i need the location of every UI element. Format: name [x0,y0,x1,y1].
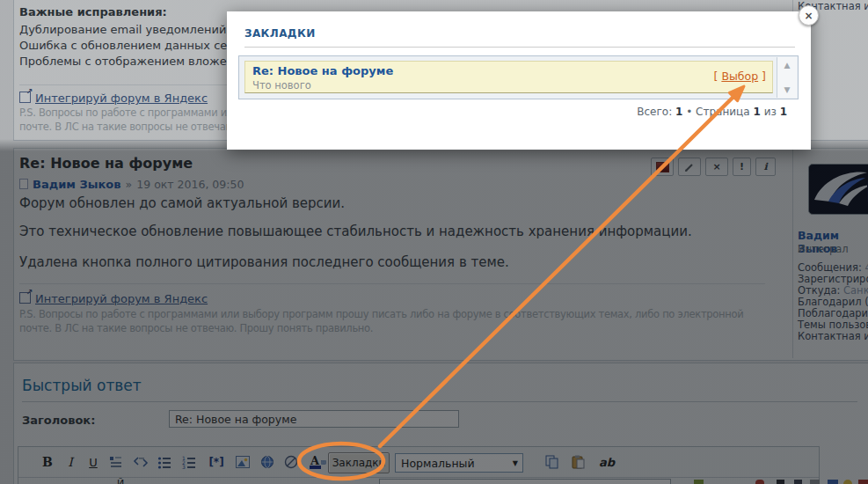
post-paragraph: Это техническое обновление повышающее ст… [19,224,692,239]
smiley-icon[interactable] [810,480,820,484]
smiley-icon[interactable] [858,480,868,484]
prev-post-line: Ошибка с обновлением данных сессий [19,39,254,52]
smiley-icon[interactable] [843,480,852,484]
prev-post-line: Дублирование email уведомлений из-з [19,23,253,36]
profile-field: Темы пользова [798,319,868,331]
pencil-icon [684,162,695,172]
external-link-icon: ↗ [19,292,31,304]
list-item-button[interactable]: [*] [204,451,229,473]
numbered-list-icon: 1 2 3 [181,454,197,470]
forum-page: Важные исправления: Дублирование email у… [0,0,868,484]
profile-field: Поблагодарили [798,307,868,319]
code-button[interactable] [131,451,150,473]
signature-ps-line: P.S. Вопросы по работе с программами или… [19,308,786,321]
code-icon [133,454,149,470]
bookmark-item[interactable]: Re: Новое на форуме Что нового [ Выбор ] [244,61,773,93]
svg-text:3: 3 [182,464,186,470]
select-arrow-icon: ▼ [513,459,518,467]
report-icon [656,162,669,172]
format-select[interactable]: Нормальный ▼ [395,453,523,473]
signature-divider [19,283,765,284]
profile-divider [792,149,793,358]
warn-icon: ! [740,161,744,172]
quick-reply-heading: Быстрый ответ [22,377,142,394]
report-post-button[interactable] [651,158,674,176]
paste-icon [571,454,587,470]
smiley-icon[interactable] [694,480,704,484]
profile-field: Благодарил (а [798,296,868,308]
scroll-down-icon[interactable]: ▼ [777,85,797,94]
signature-yandex-link[interactable]: Интегрируй форум в Яндекс [35,92,208,105]
profile-rank: Интеграл [798,243,849,255]
info-icon: i [763,161,767,172]
bookmarks-scrollbar[interactable]: ▲ ▼ [777,57,797,98]
numbered-list-button[interactable]: 1 2 3 [179,451,199,473]
date-separator: » [126,178,133,191]
post-doc-icon [19,179,28,189]
warn-post-button[interactable]: ! [733,158,751,176]
delete-icon: × [712,161,720,172]
profile-field: Сообщения: 4 [798,261,868,274]
image-icon [235,454,251,470]
smiley-icon[interactable] [777,480,784,484]
toolbar-row-divider [18,477,819,478]
user-avatar[interactable] [808,164,868,215]
globe-link-icon [259,454,275,470]
quote-button[interactable] [106,451,126,473]
bookmark-title: Re: Новое на форуме [252,64,393,77]
bullet-list-button[interactable] [155,451,174,473]
smiley-icon[interactable] [755,480,764,484]
plain-text-button[interactable]: ab [595,451,618,473]
modal-title-divider [244,47,795,48]
paste-button[interactable] [569,451,588,473]
bookmarks-button[interactable]: Закладки [328,452,390,473]
bookmarks-list: Re: Новое на форуме Что нового [ Выбор ]… [238,55,799,99]
post-title: Re: Новое на форуме [19,155,193,172]
post-action-buttons: × ! i [651,158,776,176]
profile-field: Откуда: Санкт [798,284,868,297]
bold-button[interactable]: B [38,451,57,473]
signature-yandex-link[interactable]: Интегрируй форум в Яндекс [35,292,208,305]
editor-toolbar: B I U 1 2 3 [*] [18,446,820,484]
quote-icon [108,454,124,470]
flash-icon [283,454,299,470]
copy-button[interactable] [543,451,562,473]
scroll-up-icon[interactable]: ▲ [777,61,797,70]
bullet-list-icon [157,454,172,470]
post-paragraph: Форум обновлен до самой актуальной верси… [19,195,345,211]
bookmark-select-link[interactable]: Выбор [721,70,758,83]
copy-icon [544,454,560,470]
row2-input[interactable] [379,479,671,484]
modal-title: ЗАКЛАДКИ [244,27,316,40]
format-select-value: Нормальный [401,457,475,470]
bookmark-topic: Что нового [252,79,311,92]
insert-image-button[interactable] [233,451,252,473]
smiley-icon[interactable] [794,480,802,484]
delete-post-button[interactable]: × [705,158,728,176]
post-paragraph: Удалена кнопка полного цитирования после… [19,254,509,270]
italic-button[interactable]: I [61,451,80,473]
prev-post-heading: Важные исправления: [19,5,167,18]
quick-reply-divider [22,401,857,402]
profile-field: Зарегистрирован [798,273,868,285]
flash-button[interactable] [281,451,301,473]
profile-field: Контактная ин [798,330,868,342]
insert-table-button[interactable] [309,451,326,473]
modal-close-button[interactable]: × [799,5,819,26]
author-link[interactable]: Вадим Зыков [33,178,120,191]
bookmarks-modal: ЗАКЛАДКИ Re: Новое на форуме Что нового … [227,11,811,150]
smiley-icon[interactable] [828,480,838,484]
signature-ps-line: почте. В ЛС на такие вопросы не отвечаю.… [19,322,786,335]
post-date: 19 окт 2016, 09:50 [136,178,244,191]
info-post-button[interactable]: i [755,158,776,176]
edit-post-button[interactable] [678,158,701,176]
insert-link-button[interactable] [258,451,277,473]
subject-label: Заголовок: [22,414,95,427]
underline-button[interactable]: U [84,451,103,473]
row2-text-fragment: Й [117,478,124,484]
close-icon: × [804,11,813,21]
external-link-icon: ↗ [19,92,31,103]
table-icon [321,455,326,470]
post-byline: Вадим Зыков » 19 окт 2016, 09:50 [19,175,244,192]
subject-input[interactable] [169,410,459,428]
